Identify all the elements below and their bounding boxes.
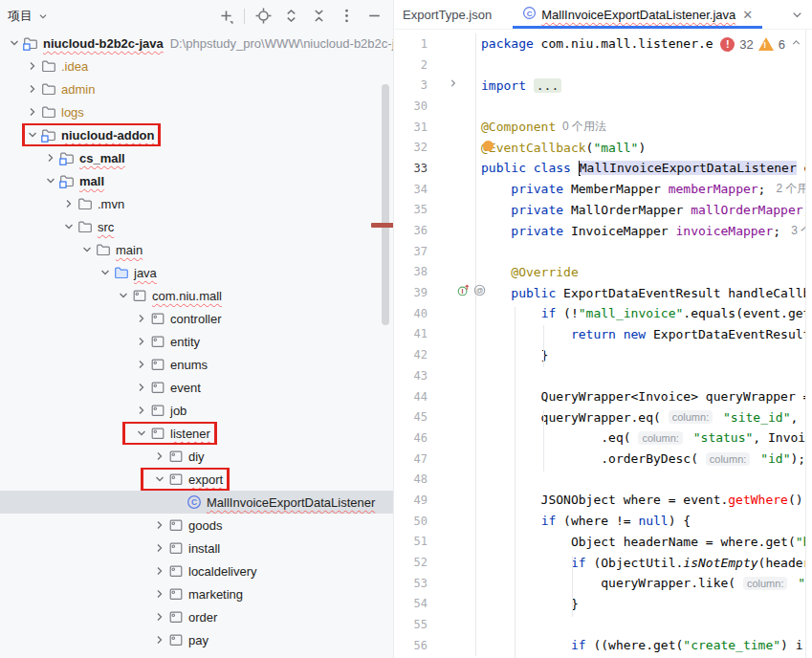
locate-icon[interactable] — [253, 7, 273, 26]
code-line-31[interactable]: 31@Component 0 个用法 — [395, 117, 812, 138]
code-line-53[interactable]: 53 queryWrapper.like( column: "h — [395, 573, 812, 594]
chevron-up-icon[interactable] — [790, 36, 802, 52]
tree-item-niucloud-addon[interactable]: niucloud-addon — [0, 123, 393, 146]
code-line-46[interactable]: 46 .eq( column: "status", Invoic — [395, 428, 812, 449]
tree-item-niucloud-b2b2c-java[interactable]: niucloud-b2b2c-javaD:\phpstudy_pro\WWW\n… — [0, 32, 393, 55]
implements-method-icon[interactable]: I — [456, 283, 471, 301]
add-icon[interactable] — [216, 7, 235, 26]
tree-item-main[interactable]: main — [0, 238, 393, 261]
chevron-collapsed-icon[interactable] — [42, 150, 58, 166]
chevron-collapsed-icon[interactable] — [24, 104, 40, 121]
project-panel-title[interactable]: 项目 — [8, 8, 33, 25]
code-line-3[interactable]: 3import ... — [395, 75, 812, 96]
chevron-collapsed-icon[interactable] — [151, 632, 167, 648]
tree-item-marketing[interactable]: marketing — [0, 582, 393, 605]
tree-item-enums[interactable]: enums — [0, 353, 393, 376]
tree-item-pay[interactable]: pay — [0, 628, 393, 651]
tree-item--idea[interactable]: .idea — [0, 55, 393, 77]
inspections-widget[interactable]: ! 32 ! 6 — [720, 35, 802, 53]
tree-item-job[interactable]: job — [0, 399, 393, 422]
chevron-collapsed-icon[interactable] — [151, 586, 167, 603]
chevron-expanded-icon[interactable] — [42, 173, 58, 189]
chevron-collapsed-icon[interactable] — [133, 334, 149, 350]
code-line-36[interactable]: 36 private InvoiceMapper invoiceMapper; … — [395, 220, 812, 241]
tree-item-mall[interactable]: mall — [0, 169, 393, 192]
tree-item-mallinvoiceexportdatalistener[interactable]: CMallInvoiceExportDataListener — [0, 491, 393, 514]
code-editor[interactable]: 1package com.niu.mall.listener.e23import… — [395, 30, 812, 658]
chevron-collapsed-icon[interactable] — [151, 563, 167, 580]
code-line-55[interactable]: 55 — [395, 614, 812, 635]
tree-item-install[interactable]: install — [0, 537, 393, 559]
tab-mallinvoiceexportdatalistener-java[interactable]: C MallInvoiceExportDataListener.java ✕ — [513, 0, 762, 29]
code-line-34[interactable]: 34 private MemberMapper memberMapper; 2 … — [395, 179, 812, 200]
chevron-collapsed-icon[interactable] — [133, 403, 149, 419]
collapse-all-icon[interactable] — [309, 7, 328, 26]
tree-item-export[interactable]: export — [0, 468, 393, 491]
code-line-40[interactable]: 40 if (!"mall_invoice".equals(event.get — [395, 303, 812, 324]
chevron-collapsed-icon[interactable] — [151, 540, 167, 557]
tree-item-goods[interactable]: goods — [0, 514, 393, 537]
tree-item-com-niu-mall[interactable]: com.niu.mall — [0, 284, 393, 307]
tree-item--mvn[interactable]: .mvn — [0, 192, 393, 215]
code-line-44[interactable]: 44 QueryWrapper<Invoice> queryWrapper = — [395, 386, 812, 407]
chevron-expanded-icon[interactable] — [24, 127, 40, 143]
chevron-collapsed-icon[interactable] — [24, 81, 40, 98]
code-line-54[interactable]: 54 } — [395, 594, 812, 615]
chevron-expanded-icon[interactable] — [78, 242, 95, 258]
code-line-37[interactable]: 37 — [395, 241, 812, 262]
hide-icon[interactable] — [364, 7, 384, 26]
tree-item-event[interactable]: event — [0, 376, 393, 399]
code-line-45[interactable]: 45 queryWrapper.eq( column: "site_id", e — [395, 406, 812, 428]
code-line-50[interactable]: 50 if (where != null) { — [395, 511, 812, 532]
chevron-collapsed-icon[interactable] — [151, 609, 167, 625]
editor-error-stripe[interactable] — [805, 30, 812, 658]
tree-item-order[interactable]: order — [0, 605, 393, 628]
code-line-35[interactable]: 35 private MallOrderMapper mallOrderMapp… — [395, 200, 812, 221]
code-line-41[interactable]: 41 return new ExportDataEventResult — [395, 324, 812, 345]
chevron-collapsed-icon[interactable] — [133, 380, 149, 396]
tree-scrollbar[interactable] — [382, 84, 389, 325]
annotation-gutter-icon[interactable]: @ — [472, 283, 487, 301]
tree-item-admin[interactable]: admin — [0, 77, 393, 100]
code-line-52[interactable]: 52 if (ObjectUtil.isNotEmpty(header — [395, 552, 812, 573]
code-line-33[interactable]: 33public class MallInvoiceExportDataList… — [395, 158, 812, 179]
chevron-expanded-icon[interactable] — [133, 426, 149, 442]
code-line-49[interactable]: 49 JSONObject where = event.getWhere(); — [395, 490, 812, 511]
chevron-expanded-icon[interactable] — [115, 288, 131, 304]
code-line-39[interactable]: 39I@ public ExportDataEventResult handle… — [395, 282, 812, 303]
code-line-38[interactable]: 38 @Override — [395, 262, 812, 283]
code-line-56[interactable]: 56 if ((where.get("create_time") i — [395, 635, 812, 656]
chevron-expanded-icon[interactable] — [6, 35, 22, 52]
code-line-30[interactable]: 30 — [395, 96, 812, 117]
more-icon[interactable] — [337, 7, 356, 26]
tree-item-logs[interactable]: logs — [0, 100, 393, 123]
fold-collapsed-icon[interactable] — [447, 77, 460, 94]
chevron-collapsed-icon[interactable] — [60, 196, 77, 212]
tree-item-java[interactable]: java — [0, 261, 393, 284]
chevron-collapsed-icon[interactable] — [133, 311, 149, 327]
chevron-expanded-icon[interactable] — [151, 472, 167, 488]
chevron-expanded-icon[interactable] — [60, 219, 77, 235]
chevron-down-icon[interactable] — [36, 10, 50, 23]
close-icon[interactable]: ✕ — [742, 9, 753, 21]
tab-exporttype-json[interactable]: ExportType.json — [395, 0, 513, 29]
code-line-48[interactable]: 48 — [395, 469, 812, 490]
code-line-32[interactable]: 32@EventCallback("mall") — [395, 137, 812, 158]
tree-item-controller[interactable]: controller — [0, 307, 393, 330]
tree-item-entity[interactable]: entity — [0, 330, 393, 353]
chevron-collapsed-icon[interactable] — [151, 449, 167, 465]
code-line-51[interactable]: 51 Object headerName = where.get("h — [395, 532, 812, 553]
chevron-collapsed-icon[interactable] — [24, 58, 40, 75]
chevron-collapsed-icon[interactable] — [133, 357, 149, 373]
tree-item-listener[interactable]: listener — [0, 422, 393, 445]
tree-item-src[interactable]: src — [0, 215, 393, 238]
tree-item-cs-mall[interactable]: cs_mall — [0, 146, 393, 169]
chevron-collapsed-icon[interactable] — [151, 517, 167, 534]
expand-all-icon[interactable] — [281, 7, 300, 26]
tab-list-dropdown-icon[interactable] — [790, 8, 804, 26]
code-line-47[interactable]: 47 .orderByDesc( column: "id"); — [395, 449, 812, 470]
chevron-expanded-icon[interactable] — [97, 265, 113, 281]
code-line-42[interactable]: 42 } — [395, 344, 812, 365]
tree-item-diy[interactable]: diy — [0, 445, 393, 468]
tree-item-localdelivery[interactable]: localdelivery — [0, 559, 393, 582]
